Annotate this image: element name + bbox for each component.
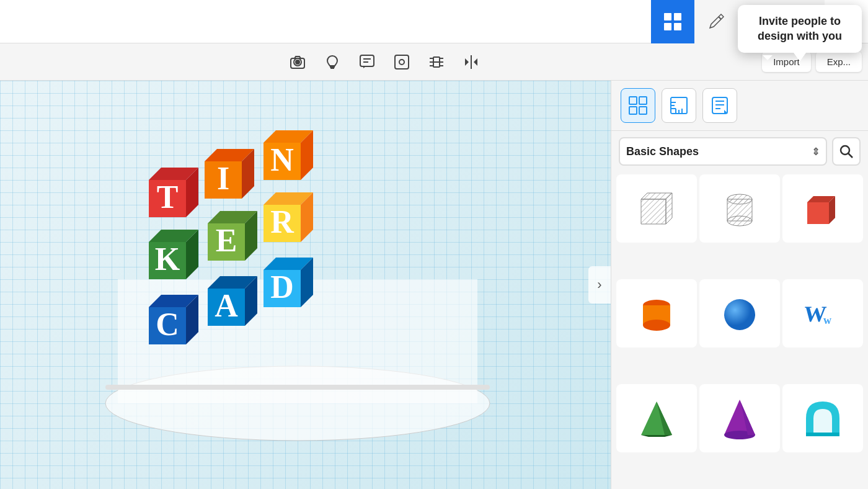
camera-tool-btn[interactable] (283, 47, 312, 77)
shape-hole-box[interactable] (616, 174, 697, 243)
shape-text3d[interactable]: W w (782, 279, 863, 348)
invite-tooltip: Invite people to design with you (738, 5, 862, 53)
svg-text:C: C (156, 307, 179, 342)
svg-rect-3 (674, 23, 681, 30)
panel-ruler-btn[interactable] (662, 88, 696, 123)
nav-grid-btn[interactable] (651, 0, 694, 43)
3d-canvas[interactable]: T I N (0, 81, 611, 489)
object-settings-btn[interactable] (387, 47, 417, 77)
svg-point-83 (841, 146, 849, 155)
shape-cylinder[interactable] (616, 279, 697, 348)
svg-rect-71 (639, 107, 647, 114)
top-navbar: 🎭 Invite people to design with you (0, 0, 868, 43)
svg-marker-104 (641, 435, 672, 437)
panel-notes-btn[interactable] (702, 88, 737, 123)
svg-rect-18 (395, 55, 409, 69)
panel-grid-btn[interactable] (621, 88, 655, 123)
mirror-tool-btn[interactable] (456, 47, 486, 77)
tooltip-text: Invite people to design with you (758, 15, 842, 42)
shape-solid-box[interactable] (782, 174, 863, 243)
comment-tool-btn[interactable] (352, 47, 382, 77)
svg-text:R: R (270, 204, 294, 240)
shape-sphere[interactable] (699, 279, 780, 348)
svg-point-98 (643, 320, 670, 331)
toolbar-tools (6, 47, 762, 77)
shapes-panel: Basic Shapes ⇕ (611, 81, 868, 489)
svg-marker-28 (474, 58, 477, 66)
shapes-selector-row: Basic Shapes ⇕ (619, 137, 861, 166)
svg-line-84 (848, 153, 852, 158)
svg-rect-15 (360, 55, 374, 66)
svg-text:N: N (270, 142, 294, 177)
svg-text:I: I (217, 161, 229, 196)
svg-rect-69 (639, 97, 647, 104)
toolbar-actions: Import Exp... (762, 52, 862, 72)
main-content: T I N (0, 81, 868, 489)
align-tool-btn[interactable] (422, 47, 451, 77)
svg-marker-94 (807, 202, 829, 224)
light-tool-btn[interactable] (317, 47, 347, 77)
dropdown-arrow-icon: ⇕ (812, 146, 820, 158)
svg-rect-68 (629, 97, 637, 104)
export-btn[interactable]: Exp... (816, 52, 862, 72)
shape-cone[interactable] (699, 384, 780, 452)
svg-rect-108 (806, 433, 839, 436)
svg-point-92 (727, 216, 752, 226)
svg-text:E: E (216, 223, 237, 258)
svg-rect-1 (674, 13, 681, 20)
svg-rect-2 (664, 23, 671, 30)
svg-rect-31 (105, 385, 490, 390)
nav-build-btn[interactable] (694, 0, 738, 43)
panel-toggle-btn[interactable]: › (588, 266, 611, 303)
svg-text:T: T (157, 179, 179, 215)
svg-rect-0 (664, 13, 671, 20)
shape-arch[interactable] (782, 384, 863, 452)
shape-pyramid[interactable] (616, 384, 697, 452)
svg-point-11 (296, 60, 299, 64)
svg-point-99 (724, 299, 755, 330)
svg-marker-27 (465, 58, 469, 66)
tinkercad-model: T I N (87, 105, 508, 465)
svg-text:w: w (823, 314, 831, 326)
svg-text:A: A (215, 288, 238, 323)
svg-point-19 (399, 60, 404, 65)
panel-icon-row (611, 81, 868, 131)
svg-rect-70 (629, 107, 637, 114)
shapes-grid: W w (611, 172, 868, 489)
shapes-dropdown-label: Basic Shapes (626, 145, 699, 158)
shapes-search-btn[interactable] (832, 137, 861, 166)
shapes-dropdown[interactable]: Basic Shapes ⇕ (619, 137, 827, 166)
svg-text:K: K (155, 241, 180, 277)
svg-text:D: D (270, 269, 294, 305)
svg-marker-87 (641, 199, 666, 224)
shape-hole-cylinder[interactable] (699, 174, 780, 243)
